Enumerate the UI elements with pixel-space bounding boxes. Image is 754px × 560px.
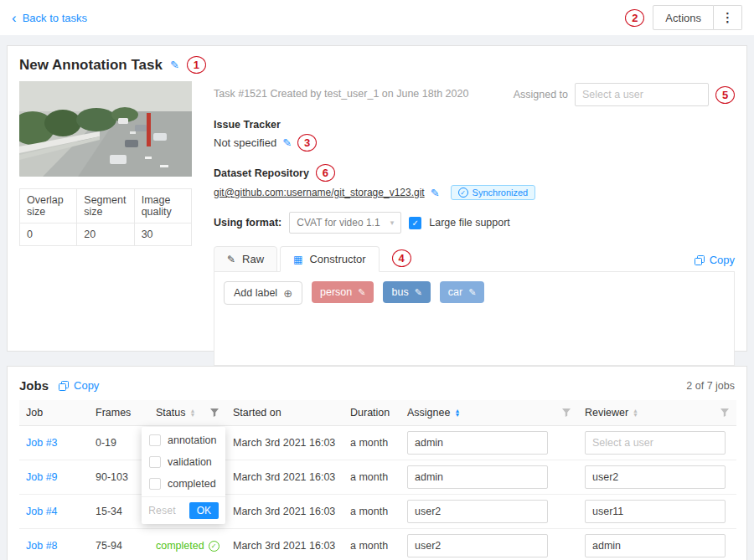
label-tag-person[interactable]: person ✎ [312,281,374,303]
reviewer-input[interactable] [585,534,726,557]
job-duration: a month [343,506,400,517]
filter-ok-button[interactable]: OK [189,502,219,519]
label-tag-car-name: car [448,286,462,298]
chevron-down-icon: ▾ [390,218,395,227]
jobs-table-header: Job Frames Status ▲▼ Started on Duration… [19,400,736,426]
filter-option-completed[interactable]: completed [142,473,225,495]
filter-option-label: validation [168,456,212,468]
job-duration: a month [343,471,400,483]
job-row: Job #4 15-34 March 3rd 2021 16:03 a mont… [19,495,736,529]
filter-footer: Reset OK [142,496,225,524]
jobs-table: Job Frames Status ▲▼ Started on Duration… [19,400,736,560]
label-editor-tabs: ✎ Raw ▦ Constructor 4 Copy [214,246,735,272]
reviewer-input[interactable] [585,431,726,455]
task-body: Overlap size Segment size Image quality … [19,81,735,366]
label-tag-person-name: person [320,286,352,298]
jobs-copy-label: Copy [74,379,99,392]
dataset-repository-label: Dataset Repository 6 [214,164,735,182]
actions-button[interactable]: Actions [653,5,714,30]
filter-option-annotation[interactable]: annotation [142,429,225,451]
copy-icon [59,381,69,391]
job-link[interactable]: Job #8 [26,540,58,552]
param-value-segment: 20 [77,223,134,246]
job-started: March 3rd 2021 16:03 [226,506,343,517]
sort-icon[interactable]: ▲▼ [454,408,460,417]
job-status-completed: completed ✓ [156,540,219,552]
tab-raw[interactable]: ✎ Raw [214,246,277,272]
labels-copy-button[interactable]: Copy [695,254,735,266]
params-header-row: Overlap size Segment size Image quality [20,189,192,223]
assigned-to-input[interactable] [575,83,709,106]
actions-more-button[interactable]: ⋮ [714,5,742,30]
job-started: March 3rd 2021 16:03 [226,471,343,483]
column-header-status[interactable]: Status ▲▼ [149,407,226,419]
filter-option-label: completed [168,478,216,490]
dataset-repository-value-row: git@github.com:username/git_storage_v123… [214,185,735,200]
edit-label-icon[interactable]: ✎ [415,288,422,297]
sync-status-badge: ✓ Synchronized [451,185,536,200]
format-row: Using format: CVAT for video 1.1 ▾ ✓ Lar… [214,212,735,234]
checkbox-unchecked[interactable] [149,478,161,490]
assigned-to-label: Assigned to [514,89,568,100]
param-value-overlap: 0 [20,223,77,246]
label-tag-car[interactable]: car ✎ [440,281,485,303]
jobs-title: Jobs [19,378,49,393]
job-frames: 0-19 [89,437,149,449]
back-chevron-icon: ‹ [12,11,17,25]
sync-status-label: Synchronized [473,188,529,198]
annotation-circle-2: 2 [625,9,644,27]
tab-constructor[interactable]: ▦ Constructor [280,246,380,272]
filter-reset-button[interactable]: Reset [148,505,176,516]
column-header-assignee[interactable]: Assignee ▲▼ [400,407,578,419]
assignee-input[interactable] [407,465,548,489]
task-left-column: Overlap size Segment size Image quality … [19,81,192,366]
job-link[interactable]: Job #4 [26,506,58,517]
edit-repository-icon[interactable]: ✎ [431,188,440,198]
repository-url[interactable]: git@github.com:username/git_storage_v123… [214,187,425,198]
edit-label-icon[interactable]: ✎ [358,288,365,297]
filter-option-label: annotation [168,434,216,446]
job-link[interactable]: Job #9 [26,471,58,483]
tab-raw-label: Raw [242,253,264,265]
job-link[interactable]: Job #3 [26,437,58,449]
job-row: Job #9 90-103 March 3rd 2021 16:03 a mon… [19,460,736,495]
assignee-input[interactable] [407,534,548,557]
label-tag-bus[interactable]: bus ✎ [383,281,430,303]
sort-icon[interactable]: ▲▼ [633,408,638,417]
assignee-input[interactable] [407,500,548,523]
edit-label-icon[interactable]: ✎ [468,288,476,297]
param-header-overlap: Overlap size [20,189,77,223]
sort-icon[interactable]: ▲▼ [189,408,195,417]
checkbox-unchecked[interactable] [149,456,161,468]
reviewer-input[interactable] [585,500,726,523]
annotation-circle-5: 5 [715,86,735,104]
filter-funnel-icon[interactable] [209,408,219,418]
filter-option-validation[interactable]: validation [142,451,225,473]
add-label-button[interactable]: Add label ⊕ [224,281,302,305]
params-value-row: 0 20 30 [20,223,192,246]
format-select[interactable]: CVAT for video 1.1 ▾ [289,212,401,234]
checkbox-unchecked[interactable] [149,434,161,446]
actions-button-group: Actions ⋮ [653,5,742,30]
filter-funnel-icon[interactable] [561,408,571,418]
job-duration: a month [343,437,400,449]
job-frames: 15-34 [89,506,149,517]
filter-funnel-icon[interactable] [720,408,730,418]
copy-icon [695,255,705,265]
labels-copy-label: Copy [710,254,735,266]
edit-issue-tracker-icon[interactable]: ✎ [282,137,292,148]
assignee-input[interactable] [407,431,548,455]
column-header-reviewer[interactable]: Reviewer ▲▼ [578,407,736,419]
edit-title-icon[interactable]: ✎ [170,59,179,70]
vertical-dots-icon: ⋮ [721,10,734,25]
job-row: Job #3 0-19 March 3rd 2021 16:03 a month [19,426,736,460]
constructor-block-icon: ▦ [293,254,302,265]
large-file-support-checkbox[interactable]: ✓ [409,217,421,229]
jobs-copy-button[interactable]: Copy [59,379,99,392]
add-label-text: Add label [234,287,277,299]
reviewer-input[interactable] [585,465,726,489]
task-title: New Annotation Task [19,57,163,74]
status-filter-dropdown: annotation validation completed Reset OK [142,427,225,524]
check-circle-icon: ✓ [209,541,219,552]
back-to-tasks-link[interactable]: ‹ Back to tasks [12,11,87,25]
